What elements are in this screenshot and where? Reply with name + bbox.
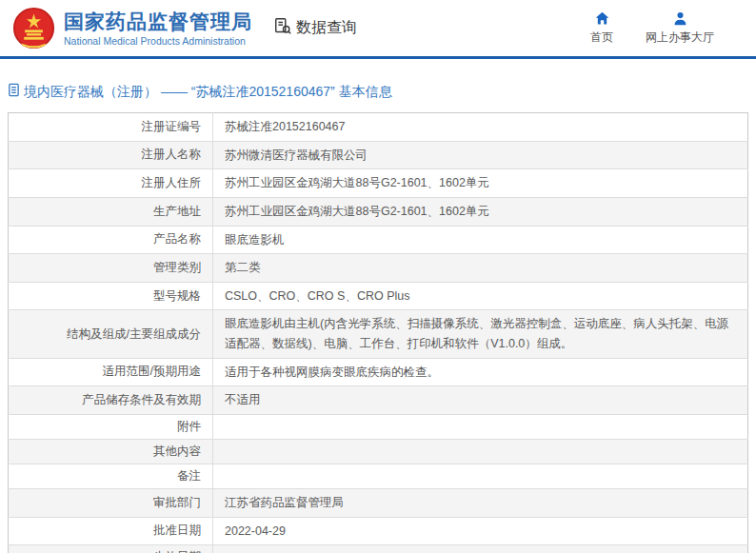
table-row: 产品名称眼底造影机 [9, 226, 748, 254]
row-label: 结构及组成/主要组成成分 [9, 310, 213, 358]
table-row: 管理类别第二类 [9, 254, 748, 283]
row-label: 管理类别 [9, 254, 213, 283]
table-row: 附件 [9, 414, 748, 439]
row-label: 注册人名称 [9, 141, 213, 169]
row-label: 生效日期 [9, 545, 213, 553]
row-value [213, 414, 748, 439]
row-label: 备注 [9, 464, 213, 488]
table-row: 型号规格CSLO、CRO、CRO S、CRO Plus [9, 282, 748, 310]
agency-title-block: 国家药品监督管理局 National Medical Products Admi… [64, 10, 252, 47]
table-row: 注册人住所苏州工业园区金鸡湖大道88号G2-1601、1602单元 [9, 169, 748, 198]
registration-info-table-wrap: 注册证编号苏械注准20152160467注册人名称苏州微清医疗器械有限公司注册人… [8, 112, 748, 553]
row-value: 眼底造影机由主机(内含光学系统、扫描摄像系统、激光器控制盒、运动底座、病人头托架… [213, 310, 748, 358]
row-label: 型号规格 [9, 282, 213, 310]
table-row: 批准日期2022-04-29 [9, 517, 748, 545]
row-value [213, 464, 748, 488]
row-label: 附件 [9, 414, 213, 439]
table-row: 生效日期 [9, 545, 748, 553]
nav-home[interactable]: 首页 [590, 10, 613, 46]
breadcrumb-text: 境内医疗器械（注册） —— “苏械注准20152160467” 基本信息 [24, 84, 392, 101]
row-value: 苏州工业园区金鸡湖大道88号G2-1601、1602单元 [213, 197, 748, 226]
row-label: 其他内容 [9, 439, 213, 464]
row-value [213, 439, 748, 464]
document-icon [8, 83, 20, 101]
agency-title-en: National Medical Products Administration [64, 35, 252, 47]
data-query-icon [273, 17, 292, 40]
data-query-label: 数据查询 [296, 18, 357, 38]
row-value: 眼底造影机 [213, 226, 748, 254]
nav-home-label: 首页 [590, 30, 613, 46]
row-label: 适用范围/预期用途 [9, 358, 213, 386]
nav-online-hall[interactable]: 网上办事大厅 [646, 10, 714, 46]
row-value: 苏州工业园区金鸡湖大道88号G2-1601、1602单元 [213, 169, 748, 198]
row-label: 生产地址 [9, 197, 213, 226]
row-value: 2022-04-29 [213, 517, 748, 545]
row-value: 苏械注准20152160467 [213, 113, 748, 142]
row-value: 苏州微清医疗器械有限公司 [213, 141, 748, 169]
home-icon [594, 10, 610, 27]
row-label: 注册人住所 [9, 169, 213, 198]
row-label: 审批部门 [9, 488, 213, 517]
row-label: 产品名称 [9, 226, 213, 254]
table-row: 备注 [9, 464, 748, 488]
agency-title-cn: 国家药品监督管理局 [64, 10, 252, 33]
header-nav: 首页 网上办事大厅 [590, 10, 714, 46]
nav-online-hall-label: 网上办事大厅 [646, 30, 714, 46]
row-label: 产品储存条件及有效期 [9, 386, 213, 415]
info-table-body: 注册证编号苏械注准20152160467注册人名称苏州微清医疗器械有限公司注册人… [9, 113, 748, 553]
table-row: 结构及组成/主要组成成分眼底造影机由主机(内含光学系统、扫描摄像系统、激光器控制… [9, 310, 748, 358]
table-row: 审批部门江苏省药品监督管理局 [9, 488, 748, 517]
table-row: 其他内容 [9, 439, 748, 464]
row-value: CSLO、CRO、CRO S、CRO Plus [213, 282, 748, 310]
data-query-section[interactable]: 数据查询 [273, 17, 357, 40]
table-row: 注册人名称苏州微清医疗器械有限公司 [9, 141, 748, 169]
row-value [213, 545, 748, 553]
row-label: 注册证编号 [9, 113, 213, 142]
site-header: 国家药品监督管理局 National Medical Products Admi… [0, 0, 756, 59]
table-row: 产品储存条件及有效期不适用 [9, 386, 748, 415]
table-row: 生产地址苏州工业园区金鸡湖大道88号G2-1601、1602单元 [9, 197, 748, 226]
row-value: 不适用 [213, 386, 748, 415]
national-emblem-icon [12, 7, 55, 49]
row-value: 第二类 [213, 254, 748, 283]
row-value: 江苏省药品监督管理局 [213, 488, 748, 517]
breadcrumb: 境内医疗器械（注册） —— “苏械注准20152160467” 基本信息 [0, 59, 756, 112]
table-row: 注册证编号苏械注准20152160467 [9, 113, 748, 142]
row-value: 适用于各种视网膜病变眼底疾病的检查。 [213, 358, 748, 386]
person-icon [672, 10, 688, 27]
row-label: 批准日期 [9, 517, 213, 545]
registration-info-table: 注册证编号苏械注准20152160467注册人名称苏州微清医疗器械有限公司注册人… [8, 112, 748, 553]
table-row: 适用范围/预期用途适用于各种视网膜病变眼底疾病的检查。 [9, 358, 748, 386]
